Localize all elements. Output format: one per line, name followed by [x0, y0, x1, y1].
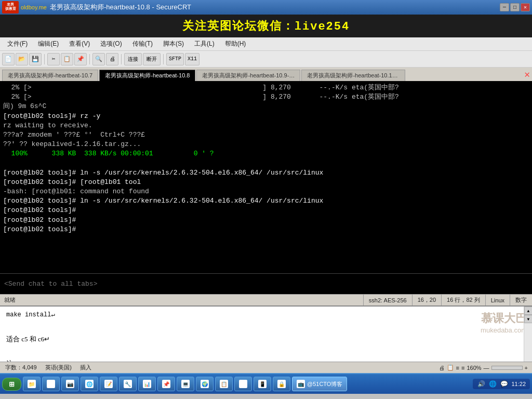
tray-network-icon[interactable]: 🌐: [488, 380, 497, 388]
taskbar-item-14[interactable]: 🔒: [273, 377, 290, 391]
menu-transfer[interactable]: 传输(T): [128, 38, 157, 49]
tray-volume-icon[interactable]: 🔊: [477, 380, 485, 388]
scroll-up-button[interactable]: ▲: [524, 307, 532, 315]
minimize-button[interactable]: ─: [500, 3, 509, 11]
tb-x11[interactable]: X11: [185, 53, 200, 65]
taskbar-item-7[interactable]: 📊: [138, 377, 156, 391]
title-bar-left: 老男孩教育 oldboy.me 老男孩高级架构师-heartbeat-10.8 …: [2, 1, 191, 14]
doc-content: make install↵ 适合 c5 和 c6↵ 注一.: [0, 307, 532, 362]
taskbar-icon-7: 📊: [143, 380, 151, 388]
taskbar-item-11[interactable]: 📋: [215, 377, 233, 391]
menu-help[interactable]: 帮助(H): [221, 38, 250, 49]
tab-heartbeat-107[interactable]: 老男孩高级架构师-heartbeat-10.7: [2, 70, 98, 81]
menu-view[interactable]: 查看(V): [65, 38, 94, 49]
doc-status-left: 字数：4,049 英语(美国) 插入: [0, 364, 97, 371]
tabs-bar: 老男孩高级架构师-heartbeat-10.7 老男孩高级架构师-heartbe…: [0, 68, 532, 81]
status-rowcol: 16 行，82 列: [441, 295, 485, 306]
tray-chat-icon[interactable]: 💬: [500, 380, 508, 388]
scroll-down-button[interactable]: ▼: [524, 315, 532, 323]
status-os: Linux: [485, 295, 510, 306]
logo-subtitle: oldboy.me: [21, 4, 47, 10]
terminal[interactable]: 2% [> ] 8,270 --.-K/s eta(英国中部? 2% [> ] …: [0, 81, 532, 273]
tab-heartbeat-1010[interactable]: 老男孩高级架构师-heartbeat-10.10-client2: [301, 70, 405, 81]
tb-print[interactable]: 🖨: [106, 53, 118, 65]
align2-icon[interactable]: ≡: [461, 365, 464, 371]
window-title: 老男孩高级架构师-heartbeat-10.8 - SecureCRT: [50, 3, 191, 12]
term-line-14: [root@lb02 tools]#: [3, 206, 529, 215]
tb-open[interactable]: 📂: [16, 53, 28, 65]
menu-script[interactable]: 脚本(S): [159, 38, 188, 49]
term-line-3: 间) 9m 6s^C: [3, 102, 529, 111]
taskbar-icon-13: 📱: [258, 380, 267, 388]
doc-area: make install↵ 适合 c5 和 c6↵ 注一. 慕课大巴 muked…: [0, 305, 532, 362]
taskbar-icon-2: 🖥: [47, 380, 55, 388]
menu-file[interactable]: 文件(F): [3, 38, 32, 49]
term-line-8: 100% 338 KB 338 KB/s 00:00:01 0 ' ?: [3, 149, 529, 158]
taskbar-item-2[interactable]: 🖥: [42, 377, 60, 391]
taskbar-item-1[interactable]: 📁: [23, 377, 41, 391]
align-icon[interactable]: ≡: [456, 365, 459, 371]
status-numlock: 数字: [510, 295, 532, 306]
doc-line-1: make install↵: [6, 310, 526, 321]
term-line-15: [root@lb02 tools]#: [3, 216, 529, 225]
toolbar: 📄 📂 💾 ✂ 📋 📌 🔍 🖨 连接 断开 SFTP X11: [0, 51, 532, 68]
tb-sep4: [163, 54, 164, 64]
tab-heartbeat-108[interactable]: 老男孩高级架构师-heartbeat-10.8: [99, 70, 195, 81]
term-line-5: rz waiting to receive.: [3, 121, 529, 130]
taskbar-item-10[interactable]: 🌍: [196, 377, 214, 391]
doc-watermark-url: mukedaba.com: [481, 326, 527, 334]
taskbar-item-4[interactable]: 🌐: [81, 377, 98, 391]
terminal-status-bar: 就绪 ssh2: AES-256 16，20 16 行，82 列 Linux 数…: [0, 294, 532, 305]
term-line-16: [root@lb02 tools]#: [3, 225, 529, 234]
taskbar-item-5[interactable]: 📝: [100, 377, 117, 391]
doc-scrollbar[interactable]: ▲ ▼: [524, 307, 532, 362]
print-icon[interactable]: 🖨: [439, 365, 445, 371]
tb-copy[interactable]: 📋: [61, 53, 73, 65]
term-line-4: [root@lb02 tools]# rz -y: [3, 112, 529, 121]
tb-sep2: [89, 54, 90, 64]
tb-sep1: [44, 54, 45, 64]
menu-tools[interactable]: 工具(L): [190, 38, 219, 49]
zoom-level: 160%: [467, 365, 481, 371]
menu-options[interactable]: 选项(O): [96, 38, 126, 49]
doc-status-bar: 字数：4,049 英语(美国) 插入 🖨 📋 ≡ ≡ 160% — +: [0, 362, 532, 373]
tab-heartbeat-109[interactable]: 老男孩高级架构师-heartbeat-10.9-client1: [196, 70, 300, 81]
tb-find[interactable]: 🔍: [92, 53, 105, 65]
menu-edit[interactable]: 编辑(E): [34, 38, 63, 49]
term-line-9: [3, 159, 529, 168]
tb-sftp[interactable]: SFTP: [166, 53, 184, 65]
title-buttons: ─ □ ✕: [500, 3, 530, 11]
term-line-6: ???a? zmodem ' ???£ °' Ctrl+C ???£: [3, 130, 529, 140]
taskbar-icon-6: 🔧: [124, 380, 132, 388]
taskbar-item-13[interactable]: 📱: [254, 377, 271, 391]
tb-save[interactable]: 💾: [29, 53, 42, 65]
tb-cut[interactable]: ✂: [47, 53, 60, 65]
tb-connect[interactable]: 连接: [124, 53, 142, 65]
tab-close-icon[interactable]: ✕: [524, 69, 530, 80]
term-line-7: ??' ?? keepalived-1.2.16.tar.gz...: [3, 140, 529, 149]
watermark-bar: 关注英图论坛微信：live254: [0, 15, 532, 37]
close-button[interactable]: ✕: [521, 3, 530, 11]
taskbar-item-12[interactable]: ⚙: [234, 377, 252, 391]
zoom-increase[interactable]: +: [525, 365, 528, 371]
taskbar-icon-10: 🌍: [201, 380, 209, 388]
insert-mode: 插入: [80, 364, 91, 371]
view-icon[interactable]: 📋: [447, 364, 454, 371]
maximize-button[interactable]: □: [510, 3, 520, 11]
taskbar-item-51cto[interactable]: 📺 @51CTO博客: [292, 377, 347, 391]
chat-bar[interactable]: [0, 273, 532, 294]
start-button[interactable]: ⊞: [2, 378, 21, 391]
zoom-decrease[interactable]: —: [484, 365, 489, 371]
taskbar-item-3[interactable]: 📷: [61, 377, 79, 391]
taskbar-item-8[interactable]: 📌: [157, 377, 175, 391]
zoom-bar[interactable]: [491, 366, 523, 370]
tb-paste[interactable]: 📌: [74, 53, 87, 65]
tb-new[interactable]: 📄: [2, 53, 15, 65]
taskbar-icon-14: 🔒: [277, 380, 286, 388]
taskbar-item-9[interactable]: 💻: [177, 377, 194, 391]
chat-input[interactable]: [4, 280, 528, 288]
tb-disconnect[interactable]: 断开: [143, 53, 161, 65]
term-line-13: [root@lb02 tools]# ln -s /usr/src/kernel…: [3, 196, 529, 206]
taskbar-item-6[interactable]: 🔧: [119, 377, 137, 391]
system-tray: 🔊 🌐 💬 11:22: [473, 379, 530, 389]
